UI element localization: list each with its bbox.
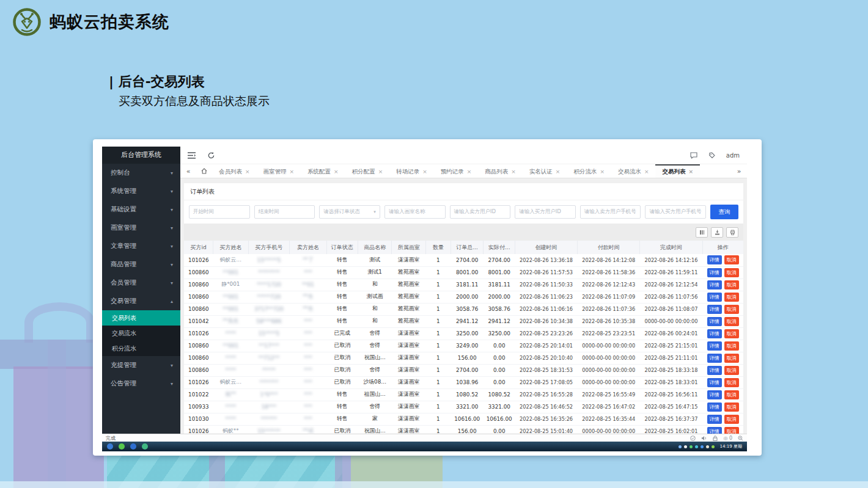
cancel-button[interactable]: 取消 bbox=[724, 390, 739, 399]
cancel-button[interactable]: 取消 bbox=[724, 280, 739, 290]
tab-active[interactable]: 交易列表× bbox=[655, 164, 700, 178]
sidebar-subitem[interactable]: 交易流水 bbox=[102, 326, 180, 341]
cancel-button[interactable]: 取消 bbox=[724, 415, 739, 424]
filter-input[interactable]: 请输入画室名称 bbox=[384, 205, 446, 219]
tray-icon[interactable] bbox=[706, 445, 709, 448]
tab-close-icon[interactable]: × bbox=[245, 169, 250, 175]
tray-icon[interactable] bbox=[690, 445, 693, 448]
detail-button[interactable]: 详情 bbox=[707, 427, 722, 434]
cancel-button[interactable]: 取消 bbox=[724, 293, 739, 302]
tab-close-icon[interactable]: × bbox=[600, 169, 605, 175]
tab-close-icon[interactable]: × bbox=[644, 169, 649, 175]
tab-close-icon[interactable]: × bbox=[467, 169, 472, 175]
detail-button[interactable]: 详情 bbox=[707, 390, 722, 399]
tabs-scroll-left-icon[interactable]: « bbox=[180, 164, 196, 178]
cancel-button[interactable]: 取消 bbox=[724, 317, 739, 326]
tray-icon[interactable] bbox=[701, 445, 704, 448]
tab-item[interactable]: 商品列表× bbox=[478, 164, 523, 178]
filter-input[interactable]: 请输入卖方用户手机号 bbox=[580, 205, 641, 219]
refresh-icon[interactable] bbox=[208, 152, 215, 159]
tray-icon[interactable] bbox=[679, 445, 682, 448]
cancel-button[interactable]: 取消 bbox=[724, 402, 739, 412]
print-icon[interactable] bbox=[726, 227, 738, 238]
cancel-button[interactable]: 取消 bbox=[724, 329, 739, 338]
detail-button[interactable]: 详情 bbox=[707, 402, 722, 412]
filter-input[interactable]: 请输入卖方用户ID bbox=[450, 205, 511, 219]
collapse-menu-icon[interactable] bbox=[188, 152, 196, 159]
tab-close-icon[interactable]: × bbox=[378, 169, 383, 175]
home-tab-icon[interactable] bbox=[196, 164, 212, 178]
tab-item[interactable]: 转场记录× bbox=[389, 164, 434, 178]
sidebar-item[interactable]: 文章管理▾ bbox=[102, 237, 180, 255]
taskbar-app-icon[interactable] bbox=[119, 443, 125, 450]
cancel-button[interactable]: 取消 bbox=[724, 341, 739, 351]
sidebar-item[interactable]: 公告管理▾ bbox=[102, 374, 180, 393]
sidebar-item[interactable]: 交易管理▴ bbox=[102, 292, 180, 310]
detail-button[interactable]: 详情 bbox=[707, 255, 722, 264]
tray-icon[interactable] bbox=[695, 445, 698, 448]
tab-close-icon[interactable]: × bbox=[556, 169, 561, 175]
filter-input[interactable]: 结束时间 bbox=[254, 205, 315, 219]
taskbar-clock[interactable]: 14:19 星期 bbox=[720, 443, 742, 450]
tab-item[interactable]: 实名认证× bbox=[523, 164, 567, 178]
detail-button[interactable]: 详情 bbox=[707, 305, 722, 314]
detail-button[interactable]: 详情 bbox=[707, 341, 722, 351]
sidebar-item[interactable]: 商品管理▾ bbox=[102, 255, 180, 274]
sidebar-item[interactable]: 画室管理▾ bbox=[102, 219, 180, 237]
cancel-button[interactable]: 取消 bbox=[724, 427, 739, 434]
tray-icon[interactable] bbox=[712, 445, 715, 448]
tab-close-icon[interactable]: × bbox=[422, 169, 427, 175]
zoom-level-icon[interactable] bbox=[738, 435, 743, 441]
columns-icon[interactable] bbox=[696, 227, 708, 238]
tray-icon[interactable] bbox=[684, 445, 687, 448]
cancel-button[interactable]: 取消 bbox=[724, 366, 739, 375]
detail-button[interactable]: 详情 bbox=[707, 354, 722, 363]
tag-icon[interactable] bbox=[708, 152, 715, 159]
tab-close-icon[interactable]: × bbox=[688, 169, 693, 175]
tab-item[interactable]: 会员列表× bbox=[212, 164, 257, 178]
cancel-button[interactable]: 取消 bbox=[724, 305, 739, 314]
cancel-button[interactable]: 取消 bbox=[724, 378, 739, 387]
cancel-button[interactable]: 取消 bbox=[724, 354, 739, 363]
tab-close-icon[interactable]: × bbox=[511, 169, 516, 175]
username[interactable]: adm bbox=[726, 152, 740, 159]
sidebar-item[interactable]: 充提管理▾ bbox=[102, 356, 180, 374]
tab-item[interactable]: 积分流水× bbox=[567, 164, 611, 178]
sidebar-item[interactable]: 控制台▾ bbox=[102, 164, 180, 182]
tab-close-icon[interactable]: × bbox=[334, 169, 339, 175]
sidebar-item[interactable]: 会员管理▾ bbox=[102, 274, 180, 292]
taskbar-app-icon[interactable] bbox=[142, 443, 148, 450]
message-icon[interactable] bbox=[690, 152, 697, 159]
cancel-button[interactable]: 取消 bbox=[724, 268, 739, 277]
tab-close-icon[interactable]: × bbox=[290, 169, 295, 175]
export-icon[interactable] bbox=[711, 227, 723, 238]
sidebar-item[interactable]: 系统管理▾ bbox=[102, 182, 180, 200]
detail-button[interactable]: 详情 bbox=[707, 317, 722, 326]
sidebar-subitem[interactable]: 交易列表 bbox=[102, 310, 180, 326]
cell-buyer-name: **001 bbox=[213, 340, 248, 352]
tabs-scroll-right-icon[interactable]: » bbox=[731, 164, 747, 178]
tab-item[interactable]: 预约记录× bbox=[434, 164, 479, 178]
filter-input[interactable]: 开始时间 bbox=[189, 205, 250, 219]
detail-button[interactable]: 详情 bbox=[707, 293, 722, 302]
filter-input[interactable]: 请输入买方用户手机号 bbox=[645, 205, 706, 219]
sidebar-item[interactable]: 基础设置▾ bbox=[102, 200, 180, 219]
filter-input[interactable]: 请输入买方用户ID bbox=[515, 205, 576, 219]
detail-button[interactable]: 详情 bbox=[707, 378, 722, 387]
cancel-button[interactable]: 取消 bbox=[724, 255, 739, 264]
tab-item[interactable]: 交易流水× bbox=[611, 164, 656, 178]
sidebar-subitem[interactable]: 积分流水 bbox=[102, 341, 180, 356]
detail-button[interactable]: 详情 bbox=[707, 329, 722, 338]
tab-item[interactable]: 系统配置× bbox=[301, 164, 345, 178]
detail-button[interactable]: 详情 bbox=[707, 366, 722, 375]
search-button[interactable]: 查询 bbox=[710, 205, 738, 219]
taskbar-app-icon[interactable] bbox=[107, 443, 113, 450]
detail-button[interactable]: 详情 bbox=[707, 415, 722, 424]
detail-button[interactable]: 详情 bbox=[707, 268, 722, 277]
tab-item[interactable]: 画室管理× bbox=[257, 164, 301, 178]
order-status-select[interactable]: 请选择订单状态▾ bbox=[319, 205, 380, 219]
taskbar-app-icon[interactable] bbox=[130, 443, 136, 450]
volume-icon[interactable] bbox=[701, 435, 707, 441]
tab-item[interactable]: 积分配置× bbox=[345, 164, 390, 178]
detail-button[interactable]: 详情 bbox=[707, 280, 722, 290]
